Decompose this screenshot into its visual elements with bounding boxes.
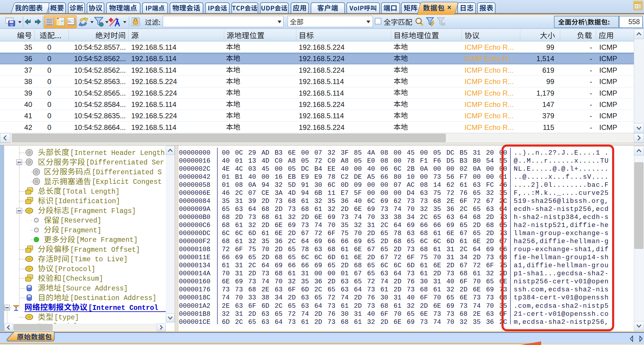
svg-text:0A: 0A — [68, 20, 72, 23]
